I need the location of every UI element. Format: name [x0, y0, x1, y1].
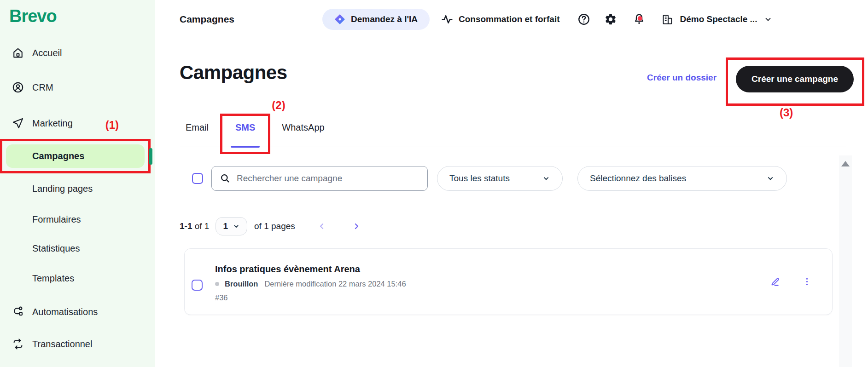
- search-icon: [220, 173, 231, 184]
- pagination-row: 1-1 of 1 1 of 1 pages: [180, 217, 868, 236]
- building-icon: [661, 13, 674, 26]
- pagination-range: 1-1 of 1: [180, 221, 209, 231]
- page-header-row: Campagnes Créer un dossier Créer une cam…: [180, 55, 864, 106]
- gear-icon[interactable]: [604, 13, 617, 26]
- topbar-breadcrumb-title: Campagnes: [180, 14, 251, 25]
- select-all-checkbox[interactable]: [192, 173, 203, 184]
- sidebar-item-landing-pages[interactable]: Landing pages: [0, 178, 155, 199]
- tags-filter-value: Sélectionnez des balises: [590, 173, 686, 184]
- page-number-select[interactable]: 1: [216, 217, 247, 235]
- active-item-indicator: [149, 148, 152, 165]
- activity-icon: [441, 13, 453, 25]
- chevron-down-icon: [542, 174, 550, 183]
- sidebar-item-formulaires[interactable]: Formulaires: [0, 209, 155, 230]
- page-title: Campagnes: [180, 62, 287, 84]
- sidebar-item-label: Statistiques: [32, 243, 80, 254]
- search-input[interactable]: [211, 166, 428, 191]
- pagination-range-bold: 1-1: [180, 221, 192, 231]
- pagination-pages-label: of 1 pages: [254, 221, 295, 231]
- sidebar-item-label: Templates: [32, 273, 74, 284]
- filter-row: Tous les statuts Sélectionnez des balise…: [180, 166, 868, 191]
- home-icon: [12, 46, 24, 59]
- transactional-icon: [12, 338, 24, 350]
- edit-pencil-icon[interactable]: [769, 276, 781, 287]
- ask-ai-button[interactable]: Demandez à l'IA: [322, 9, 430, 30]
- sidebar-item-campagnes[interactable]: Campagnes: [6, 144, 145, 168]
- automation-icon: [12, 305, 24, 318]
- kebab-menu-icon[interactable]: [801, 276, 813, 287]
- sidebar-item-automatisations[interactable]: Automatisations: [0, 301, 155, 322]
- sidebar-item-label: Transactionnel: [32, 339, 92, 350]
- brevo-app: Brevo Accueil CRM Marketing (1) Campagne…: [0, 0, 868, 367]
- account-menu[interactable]: Démo Spectacle ...: [661, 13, 773, 26]
- chevron-down-icon: [233, 223, 240, 230]
- status-filter-select[interactable]: Tous les statuts: [437, 166, 563, 191]
- bell-icon[interactable]: [633, 13, 646, 26]
- annotation-box-3: Créer une campagne (3): [726, 57, 864, 106]
- page-number-value: 1: [223, 221, 228, 231]
- sidebar-item-statistiques[interactable]: Statistiques: [0, 238, 155, 259]
- sparkle-diamond-icon: [334, 14, 345, 25]
- pagination-range-rest: of 1: [192, 221, 209, 231]
- campaigns-page: Campagnes Créer un dossier Créer une cam…: [155, 39, 868, 367]
- help-icon[interactable]: [577, 13, 590, 26]
- chevron-down-icon: [766, 174, 775, 183]
- campaign-title[interactable]: Infos pratiques évènement Arena: [215, 263, 406, 275]
- sidebar-item-label: Automatisations: [32, 307, 98, 317]
- campaign-row: Infos pratiques évènement Arena Brouillo…: [184, 248, 833, 315]
- status-badge: Brouillon: [225, 280, 258, 288]
- consumption-link[interactable]: Consommation et forfait: [441, 13, 560, 25]
- chevron-right-icon[interactable]: [352, 222, 361, 231]
- sidebar-item-accueil[interactable]: Accueil: [0, 42, 155, 63]
- sidebar-item-label: Formulaires: [32, 214, 81, 225]
- paper-plane-icon: [12, 117, 24, 130]
- create-folder-link[interactable]: Créer un dossier: [647, 73, 717, 83]
- campaign-actions: [769, 276, 813, 287]
- campaign-meta: Brouillon Dernière modification 22 mars …: [215, 280, 406, 288]
- chevron-left-icon[interactable]: [317, 222, 326, 231]
- sidebar-item-crm[interactable]: CRM: [0, 77, 155, 98]
- status-dot: [215, 282, 219, 286]
- sidebar-item-templates[interactable]: Templates: [0, 268, 155, 289]
- search-field-wrap: [211, 166, 428, 191]
- consumption-label: Consommation et forfait: [459, 14, 560, 24]
- account-label: Démo Spectacle ...: [680, 14, 757, 24]
- status-filter-value: Tous les statuts: [449, 173, 510, 184]
- last-modified: Dernière modification 22 mars 2024 15:46: [264, 280, 406, 288]
- chevron-down-icon: [763, 15, 773, 24]
- tab-whatsapp[interactable]: WhatsApp: [282, 122, 324, 147]
- annotation-label-3: (3): [780, 106, 793, 119]
- main-area: Campagnes Demandez à l'IA Consommation e…: [155, 0, 868, 367]
- campaign-info: Infos pratiques évènement Arena Brouillo…: [215, 261, 406, 302]
- ask-ai-label: Demandez à l'IA: [351, 14, 418, 24]
- sidebar-item-label: Accueil: [32, 48, 62, 58]
- sidebar-item-label: CRM: [32, 82, 53, 93]
- scroll-up-icon[interactable]: [841, 161, 850, 166]
- brevo-logo[interactable]: Brevo: [0, 6, 155, 27]
- create-campaign-button[interactable]: Créer une campagne: [736, 66, 854, 92]
- tags-filter-select[interactable]: Sélectionnez des balises: [577, 166, 787, 191]
- annotation-box-1: (1) Campagnes: [0, 139, 151, 173]
- channel-tabs: Email SMS (2) WhatsApp: [180, 122, 846, 147]
- sidebar-item-transactionnel[interactable]: Transactionnel: [0, 333, 155, 355]
- crm-icon: [12, 81, 24, 94]
- vertical-scrollbar[interactable]: [839, 155, 852, 367]
- campaign-checkbox[interactable]: [192, 280, 203, 291]
- topbar: Campagnes Demandez à l'IA Consommation e…: [155, 0, 868, 39]
- tab-email[interactable]: Email: [186, 122, 209, 147]
- sidebar: Brevo Accueil CRM Marketing (1) Campagne…: [0, 0, 155, 367]
- campaign-id: #36: [215, 293, 406, 302]
- sidebar-item-label: Landing pages: [32, 184, 93, 194]
- sidebar-item-marketing[interactable]: Marketing: [0, 113, 155, 134]
- sidebar-item-label: Campagnes: [32, 151, 84, 161]
- tab-sms[interactable]: SMS (2): [235, 122, 255, 147]
- sidebar-item-label: Marketing: [32, 118, 73, 129]
- annotation-box-2: [220, 114, 270, 154]
- tab-sms-label: SMS: [235, 122, 255, 132]
